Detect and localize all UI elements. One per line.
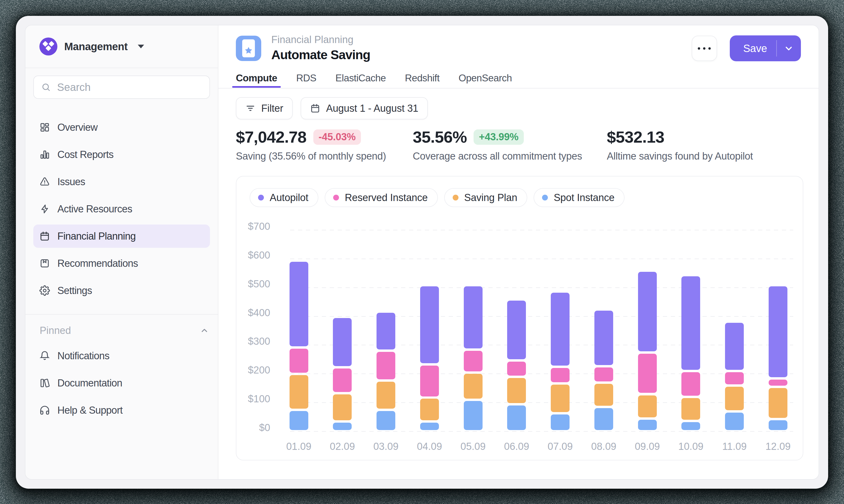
search-icon [41, 83, 51, 92]
bar-segment-spot-instance[interactable] [595, 408, 613, 430]
bar-segment-autopilot[interactable] [725, 323, 744, 370]
bar-segment-reserved-instance[interactable] [464, 351, 483, 372]
tab-opensearch[interactable]: OpenSearch [459, 73, 512, 88]
bar-segment-reserved-instance[interactable] [420, 365, 439, 396]
bar-segment-autopilot[interactable] [769, 286, 788, 377]
bar-segment-autopilot[interactable] [507, 301, 526, 359]
bar-segment-reserved-instance[interactable] [769, 380, 788, 386]
sidebar-item-recommendations[interactable]: Recommendations [33, 252, 210, 275]
bar-segment-spot-instance[interactable] [769, 420, 788, 430]
more-button[interactable] [692, 36, 717, 61]
x-axis-label: 05.09 [452, 442, 494, 451]
stat-2: $532.13Alltime savings found by Autopilo… [607, 128, 753, 162]
bar-segment-reserved-instance[interactable] [551, 368, 570, 382]
bar-segment-spot-instance[interactable] [551, 414, 570, 430]
sidebar-item-notifications[interactable]: Notifications [33, 344, 210, 367]
bar-segment-spot-instance[interactable] [638, 420, 657, 430]
bar-segment-reserved-instance[interactable] [507, 362, 526, 376]
bar-segment-saving-plan[interactable] [769, 388, 788, 418]
gridline [290, 345, 793, 345]
stat-0: $7,042.78-45.03%Saving (35.56% of monthl… [236, 128, 413, 162]
search-box[interactable] [33, 75, 210, 99]
bar-segment-saving-plan[interactable] [682, 398, 700, 419]
sidebar-item-financial-planning[interactable]: Financial Planning [33, 224, 210, 248]
bar-segment-autopilot[interactable] [377, 313, 395, 349]
bar-segment-spot-instance[interactable] [682, 422, 700, 430]
stat-value: $7,042.78 [236, 128, 307, 146]
chevron-up-icon[interactable] [200, 326, 209, 335]
bar-segment-saving-plan[interactable] [420, 399, 439, 420]
filter-icon [245, 103, 255, 113]
bar-segment-saving-plan[interactable] [333, 394, 352, 420]
sidebar-item-label: Issues [57, 176, 85, 187]
bar-segment-saving-plan[interactable] [638, 395, 657, 418]
sidebar-item-documentation[interactable]: Documentation [33, 372, 210, 395]
sidebar-item-label: Financial Planning [57, 231, 136, 242]
date-range-label: August 1 - August 31 [326, 103, 418, 114]
search-input[interactable] [57, 82, 195, 93]
bar-segment-saving-plan[interactable] [595, 384, 613, 406]
bar-segment-spot-instance[interactable] [507, 406, 526, 430]
bar-segment-autopilot[interactable] [595, 311, 613, 365]
y-axis-label: $600 [236, 250, 270, 260]
bar-segment-spot-instance[interactable] [377, 411, 395, 430]
bar-segment-saving-plan[interactable] [507, 378, 526, 403]
chevron-down-icon[interactable] [777, 43, 801, 53]
bar-segment-saving-plan[interactable] [377, 382, 395, 409]
calendar-icon [39, 231, 50, 241]
bar-segment-spot-instance[interactable] [464, 401, 483, 430]
bar-segment-spot-instance[interactable] [333, 422, 352, 430]
tab-elasticache[interactable]: ElastiCache [335, 73, 386, 88]
bar-segment-autopilot[interactable] [551, 293, 570, 365]
sidebar-item-issues[interactable]: Issues [33, 170, 210, 193]
bar-segment-saving-plan[interactable] [725, 387, 744, 410]
bar-segment-reserved-instance[interactable] [290, 349, 308, 373]
bar-segment-autopilot[interactable] [682, 276, 700, 370]
tab-redshift[interactable]: Redshift [405, 73, 440, 88]
bar-segment-spot-instance[interactable] [420, 422, 439, 430]
workspace-caret-icon [138, 44, 144, 48]
y-axis-label: $100 [236, 394, 270, 404]
sidebar-item-overview[interactable]: Overview [33, 116, 210, 139]
filter-button[interactable]: Filter [236, 97, 293, 120]
bar-segment-spot-instance[interactable] [290, 411, 308, 430]
y-axis-label: $0 [236, 422, 270, 433]
sidebar-item-settings[interactable]: Settings [33, 279, 210, 302]
bar-segment-autopilot[interactable] [290, 262, 308, 346]
bar-segment-autopilot[interactable] [464, 286, 483, 348]
bar-segment-saving-plan[interactable] [551, 384, 570, 412]
bar-segment-saving-plan[interactable] [464, 374, 483, 399]
pinned-section-header[interactable]: Pinned [33, 323, 210, 338]
bar-segment-saving-plan[interactable] [290, 375, 308, 409]
gridline [290, 431, 793, 432]
x-axis-label: 04.09 [408, 442, 451, 451]
x-axis-label: 07.09 [539, 442, 582, 451]
workspace-switcher[interactable]: Management [25, 25, 218, 68]
sidebar-item-help-support[interactable]: Help & Support [33, 399, 210, 422]
header-actions: Save [692, 35, 801, 61]
bar-segment-reserved-instance[interactable] [725, 372, 744, 384]
bar-segment-reserved-instance[interactable] [595, 367, 613, 381]
main-content: Financial Planning Automate Saving Save [219, 25, 819, 479]
bar-chart-icon [39, 149, 50, 160]
date-range-button[interactable]: August 1 - August 31 [300, 97, 428, 120]
sidebar-item-cost-reports[interactable]: Cost Reports [33, 143, 210, 166]
save-button[interactable]: Save [730, 35, 801, 61]
bar-segment-reserved-instance[interactable] [638, 354, 657, 393]
sidebar-item-active-resources[interactable]: Active Resources [33, 197, 210, 220]
tab-compute[interactable]: Compute [236, 73, 277, 88]
tab-rds[interactable]: RDS [296, 73, 316, 88]
headphones-icon [39, 405, 50, 415]
bar-segment-reserved-instance[interactable] [682, 372, 700, 396]
gridline [290, 287, 793, 288]
bar-segment-autopilot[interactable] [638, 272, 657, 351]
stat-caption: Alltime savings found by Autopilot [607, 150, 753, 162]
tab-label: Compute [236, 73, 277, 84]
bar-segment-autopilot[interactable] [420, 286, 439, 363]
x-axis-label: 06.09 [496, 442, 538, 451]
bar-segment-reserved-instance[interactable] [333, 368, 352, 392]
bar-segment-spot-instance[interactable] [725, 413, 744, 430]
bar-segment-autopilot[interactable] [333, 318, 352, 366]
bar-segment-reserved-instance[interactable] [377, 352, 395, 379]
x-axis-label: 11.09 [713, 442, 756, 451]
